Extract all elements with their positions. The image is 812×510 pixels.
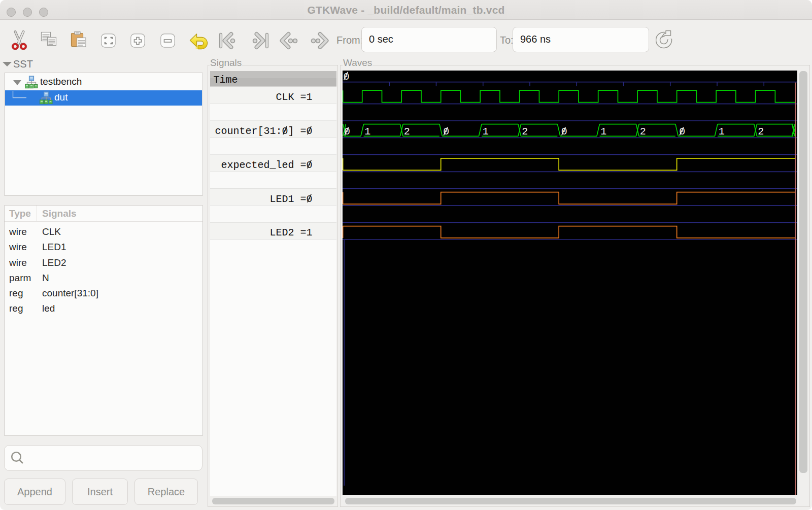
svg-text:0: 0 xyxy=(561,126,567,138)
svg-text:2: 2 xyxy=(640,126,646,138)
svg-text:Time: Time xyxy=(214,74,238,86)
svg-text:1: 1 xyxy=(719,126,725,138)
svg-text:expected_led =0: expected_led =0 xyxy=(221,159,312,171)
svg-text:LED2 =1: LED2 =1 xyxy=(269,227,312,239)
svg-text:1: 1 xyxy=(364,126,370,138)
svg-text:0: 0 xyxy=(443,126,449,138)
svg-text:0: 0 xyxy=(344,71,350,83)
svg-text:0: 0 xyxy=(344,126,350,138)
svg-text:counter[31:0] =0: counter[31:0] =0 xyxy=(215,125,312,137)
svg-text:1: 1 xyxy=(483,126,489,138)
svg-text:0: 0 xyxy=(679,126,685,138)
svg-text:LED1 =0: LED1 =0 xyxy=(269,193,312,205)
svg-text:CLK =1: CLK =1 xyxy=(276,91,312,103)
svg-text:1: 1 xyxy=(600,126,606,138)
svg-text:2: 2 xyxy=(522,126,528,138)
svg-text:2: 2 xyxy=(758,126,764,138)
svg-text:2: 2 xyxy=(404,126,410,138)
